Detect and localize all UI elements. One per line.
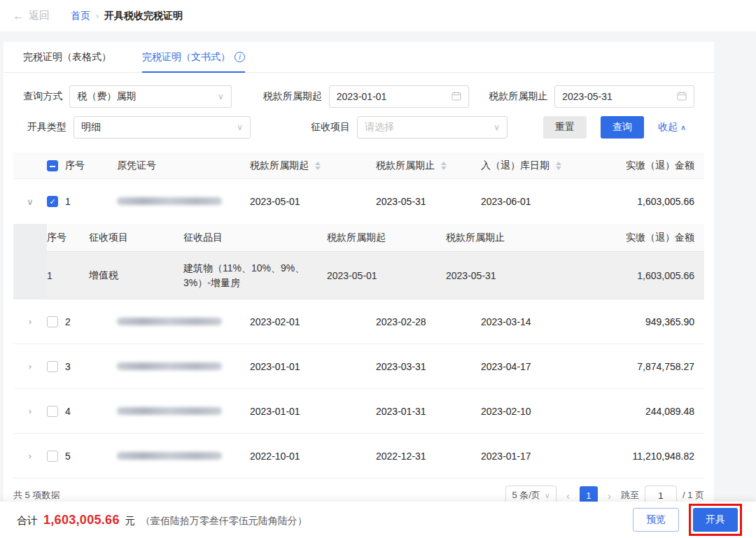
breadcrumb-home[interactable]: 首页 — [71, 10, 90, 22]
row-amount: 1,603,005.66 — [614, 196, 704, 207]
levy-item-select[interactable]: 请选择 ∨ — [357, 116, 507, 139]
period-start-label: 税款所属期起 — [261, 90, 322, 103]
sort-icon[interactable] — [441, 162, 447, 170]
issue-button[interactable]: 开具 — [693, 508, 738, 532]
table-header-row: 序号 原凭证号 税款所属期起 税款所属期止 入（退）库日期 实缴（退）金额 — [13, 153, 704, 179]
chevron-down-icon: ∨ — [545, 491, 550, 500]
breadcrumb-current: 开具税收完税证明 — [104, 10, 183, 22]
row-amount: 244,089.48 — [614, 406, 704, 417]
back-label: 返回 — [29, 9, 50, 22]
col-label: 税款所属期起 — [250, 160, 309, 171]
row-seq: 2 — [65, 316, 71, 327]
row-amount: 949,365.90 — [614, 316, 704, 327]
col-voucher: 原凭证号 — [117, 160, 250, 172]
expanded-detail: 序号 征收项目 征收品目 税款所属期起 税款所属期止 实缴（退）金额 1 增值税… — [13, 224, 704, 299]
preview-button[interactable]: 预览 — [633, 508, 679, 532]
levy-item-placeholder: 请选择 — [365, 121, 489, 134]
table-row[interactable]: › 2 2023-02-01 2023-02-28 2023-03-14 949… — [13, 299, 704, 344]
calendar-icon — [451, 91, 461, 103]
sort-icon[interactable] — [315, 162, 321, 170]
row-seq: 4 — [65, 406, 71, 417]
next-page-icon[interactable]: › — [608, 490, 611, 502]
row-storage-date: 2023-01-17 — [481, 451, 614, 462]
sub-table-header: 序号 征收项目 征收品目 税款所属期起 税款所属期止 实缴（退）金额 — [47, 224, 704, 252]
content-card: 完税证明（表格式） 完税证明（文书式） i 查询方式 税（费）属期 ∨ 税款所属… — [4, 42, 714, 538]
col-storage-date[interactable]: 入（退）库日期 — [481, 160, 614, 172]
tab-label: 完税证明（文书式） — [142, 51, 230, 64]
sub-col-item: 征收项目 — [89, 232, 183, 244]
voucher-number-blurred — [117, 362, 222, 370]
info-icon[interactable]: i — [234, 52, 245, 62]
row-period-start: 2023-02-01 — [250, 316, 376, 327]
table-row[interactable]: ∨ ✓ 1 2023-05-01 2023-05-31 2023-06-01 1… — [13, 179, 704, 224]
row-checkbox[interactable] — [47, 406, 58, 417]
reset-button[interactable]: 重置 — [543, 116, 587, 139]
period-end-input[interactable]: 2023-05-31 — [554, 85, 694, 108]
sort-icon[interactable] — [556, 162, 561, 170]
expand-row-icon[interactable]: › — [13, 361, 47, 371]
table-row[interactable]: › 4 2023-01-01 2023-01-31 2023-02-10 244… — [13, 389, 704, 434]
col-period-end[interactable]: 税款所属期止 — [376, 160, 481, 172]
issue-type-label: 开具类型 — [23, 121, 66, 134]
period-start-input[interactable]: 2023-01-01 — [329, 85, 469, 108]
table-row[interactable]: › 3 2023-01-01 2023-03-31 2023-04-17 7,8… — [13, 344, 704, 389]
select-all-checkbox[interactable] — [47, 160, 58, 171]
query-mode-value: 税（费）属期 — [77, 90, 214, 103]
row-checkbox[interactable] — [47, 361, 58, 372]
row-period-end: 2023-01-31 — [376, 406, 481, 417]
row-period-end: 2022-12-31 — [376, 451, 481, 462]
search-button[interactable]: 查询 — [601, 116, 644, 139]
jump-label: 跳至 — [621, 489, 639, 502]
filter-panel: 查询方式 税（费）属期 ∨ 税款所属期起 2023-01-01 税款所属期止 2… — [4, 73, 714, 150]
total-summary: 合计 1,603,005.66 元 （壹佰陆拾万零叁仟零伍元陆角陆分） — [17, 513, 307, 528]
sub-col-period-start: 税款所属期起 — [327, 232, 446, 244]
sub-seq: 1 — [47, 270, 89, 281]
row-amount: 7,874,758.27 — [614, 361, 704, 372]
tab-label: 完税证明（表格式） — [23, 51, 111, 64]
expand-row-icon[interactable]: › — [13, 406, 47, 416]
sub-col-period-end: 税款所属期止 — [446, 232, 561, 244]
collapse-row-icon[interactable]: ∨ — [13, 197, 47, 207]
prev-page-icon[interactable]: ‹ — [566, 490, 570, 502]
query-mode-select[interactable]: 税（费）属期 ∨ — [69, 85, 232, 108]
row-checkbox[interactable] — [47, 451, 58, 462]
sub-amount: 1,603,005.66 — [561, 270, 704, 281]
sub-col-amount: 实缴（退）金额 — [561, 232, 704, 244]
row-storage-date: 2023-03-14 — [481, 316, 614, 327]
period-end-value: 2023-05-31 — [562, 91, 673, 102]
table-row[interactable]: › 5 2022-10-01 2022-12-31 2023-01-17 11,… — [13, 434, 704, 479]
expand-gutter — [13, 224, 47, 299]
breadcrumb: 首页 › 开具税收完税证明 — [71, 10, 183, 22]
row-amount: 11,210,948.82 — [614, 451, 704, 462]
collapse-label: 收起 — [658, 121, 678, 134]
chevron-down-icon: ∨ — [493, 122, 500, 132]
chevron-down-icon: ∨ — [218, 92, 224, 101]
col-seq: 序号 — [65, 160, 85, 172]
col-period-start[interactable]: 税款所属期起 — [250, 160, 376, 172]
sub-col-seq: 序号 — [47, 232, 89, 244]
period-start-value: 2023-01-01 — [337, 91, 447, 102]
bottom-action-bar: 合计 1,603,005.66 元 （壹佰陆拾万零叁仟零伍元陆角陆分） 预览 开… — [0, 502, 756, 538]
expand-row-icon[interactable]: › — [13, 316, 47, 327]
expand-row-icon[interactable]: › — [13, 451, 47, 461]
query-mode-label: 查询方式 — [23, 90, 62, 103]
row-period-end: 2023-03-31 — [376, 361, 481, 372]
row-checkbox[interactable] — [47, 316, 58, 327]
row-storage-date: 2023-06-01 — [481, 196, 614, 207]
voucher-number-blurred — [117, 318, 222, 325]
row-seq: 3 — [65, 361, 71, 372]
page: ← 返回 首页 › 开具税收完税证明 完税证明（表格式） 完税证明（文书式） i… — [0, 0, 756, 538]
issue-type-select[interactable]: 明细 ∨ — [74, 116, 251, 139]
chevron-up-icon: ∧ — [680, 123, 686, 132]
row-checkbox[interactable]: ✓ — [47, 196, 58, 207]
tab-certificate-document-format[interactable]: 完税证明（文书式） i — [142, 42, 245, 73]
col-label: 入（退）库日期 — [481, 160, 550, 171]
collapse-link[interactable]: 收起 ∧ — [658, 121, 686, 134]
sub-table-row: 1 增值税 建筑物（11%、10%、9%、3%）-增量房 2023-05-01 … — [47, 252, 704, 299]
row-period-start: 2022-10-01 — [250, 451, 376, 462]
back-button[interactable]: ← 返回 — [13, 9, 50, 23]
tab-bar: 完税证明（表格式） 完税证明（文书式） i — [4, 42, 714, 73]
tab-certificate-table-format[interactable]: 完税证明（表格式） — [23, 42, 111, 73]
voucher-number-blurred — [117, 407, 222, 415]
row-seq: 1 — [65, 196, 71, 207]
